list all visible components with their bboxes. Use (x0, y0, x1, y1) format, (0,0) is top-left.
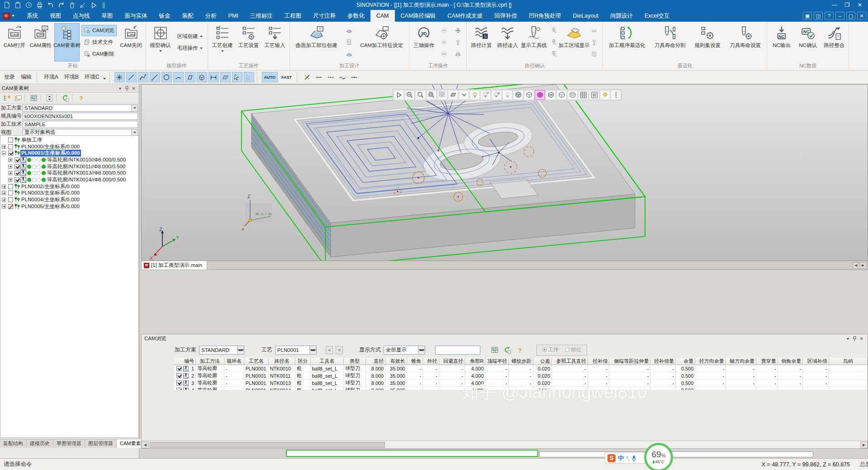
menu-Excel交互[interactable]: Excel交互 (639, 10, 676, 22)
tree-checkbox[interactable] (8, 138, 13, 142)
vp-cube-pink-button[interactable] (535, 90, 545, 100)
环境B-button[interactable]: 环境B (62, 72, 81, 82)
tree-checkbox[interactable] (14, 171, 19, 176)
环境A-button[interactable]: 环境A (42, 72, 61, 82)
small-button[interactable] (588, 37, 600, 48)
minimize-button[interactable]: — (828, 0, 841, 10)
vp-cube-button[interactable] (524, 90, 534, 100)
刀具寿命设置-button[interactable]: 刀具寿命设置 (726, 23, 765, 62)
vp-lamp-button[interactable] (600, 90, 610, 100)
menu-间隙设计[interactable]: 间隙设计 (604, 10, 639, 22)
lp-help-button[interactable]: ? (76, 94, 85, 102)
column-header[interactable]: 岛屿 (829, 358, 867, 365)
menu-CAM[interactable]: CAM (370, 10, 395, 22)
规则集设置-button[interactable]: 规则集设置 (691, 23, 725, 62)
small-button[interactable] (343, 48, 355, 60)
menu-点与线[interactable]: 点与线 (67, 10, 96, 22)
plane-tool-button[interactable] (220, 72, 231, 82)
line2-tool-button[interactable] (150, 72, 160, 82)
menu-分析[interactable]: 分析 (199, 10, 223, 22)
tree-item[interactable]: PLN0002/主坐标系/0.000 (0, 183, 138, 190)
small-button[interactable] (588, 25, 600, 36)
filter-input[interactable] (435, 346, 480, 355)
spline-tool-button[interactable] (138, 72, 148, 82)
pane-split-icon[interactable]: ◫ (814, 12, 823, 20)
close-button[interactable]: ✕ (854, 0, 866, 10)
column-header[interactable]: 路径名 (268, 358, 295, 365)
column-header[interactable]: 余量 (676, 358, 695, 365)
fast-mode-button[interactable]: FAST (279, 72, 294, 82)
doc-minimize-icon[interactable]: – (835, 12, 844, 20)
vp-zoom-in-button[interactable] (404, 90, 415, 100)
模型确认-button[interactable]: 模型确认 (148, 23, 173, 62)
tree-expander[interactable] (8, 158, 12, 162)
column-header[interactable]: 类型 (343, 358, 365, 365)
dim-tool-button[interactable] (209, 72, 219, 82)
combo-dropdown-icon[interactable] (131, 105, 138, 111)
vp-play-button[interactable] (394, 90, 404, 100)
vp-zoom-fit-button[interactable] (437, 90, 447, 100)
cursor-tool-button[interactable] (232, 72, 242, 82)
wave-tool-button[interactable] (337, 72, 347, 82)
pane-layout-icon[interactable]: ▣ (803, 12, 812, 20)
vp-cube-wire-button[interactable] (545, 90, 556, 100)
scheme-combobox[interactable]: STANDARD (199, 346, 244, 355)
menu-参数化[interactable]: 参数化 (342, 10, 370, 22)
CAM打开-button[interactable]: CAMCAM打开 (2, 23, 27, 62)
tree-item[interactable]: PLN0004/主坐标系/0.000 (0, 196, 138, 203)
tree-expander[interactable] (2, 191, 6, 195)
help-icon[interactable]: ? (825, 12, 834, 20)
app-menu-button[interactable] (3, 11, 21, 20)
menu-三维标注[interactable]: 三维标注 (244, 10, 279, 22)
vp-cube-grid-button[interactable] (567, 90, 578, 100)
combo-dropdown-icon[interactable] (418, 346, 425, 354)
menu-PMI[interactable]: PMI (223, 10, 244, 22)
lp-add-button[interactable] (2, 94, 11, 102)
tree-checkbox[interactable] (14, 177, 19, 182)
加工方案-input[interactable]: STANDARD (23, 104, 138, 112)
tree-item[interactable]: PLN0000/主坐标系/0.000 (0, 143, 138, 150)
measure-icon[interactable] (79, 1, 87, 9)
small-button[interactable]: PRF (438, 48, 450, 60)
menu-CAM路径编辑[interactable]: CAM路径编辑 (395, 10, 442, 22)
clipboard-icon[interactable] (14, 1, 22, 9)
menu-钣金[interactable]: 钣金 (153, 10, 176, 22)
环境C-button[interactable]: 环境C (82, 72, 102, 82)
技术文件-button[interactable]: 技术文件 (81, 37, 117, 48)
panel-pin-icon[interactable] (123, 85, 130, 91)
small-button[interactable] (548, 37, 560, 48)
加工技术-input[interactable]: SAMPLE (23, 121, 138, 128)
tree-item[interactable]: PLN0003/主坐标系/0.000 (0, 190, 138, 197)
lp-refresh-button[interactable] (61, 94, 70, 102)
column-header[interactable]: 贯穿量 (756, 358, 778, 365)
tree-checkbox[interactable] (8, 197, 13, 202)
menu-草图[interactable]: 草图 (96, 10, 119, 22)
CAM加工特征设定-button[interactable]: CAM加工特征设定 (356, 23, 408, 62)
tree-checkbox[interactable] (8, 151, 13, 156)
tree-item[interactable]: 等高轮廓/NTK0013//Φ8.000/0.500 (0, 170, 138, 176)
加工区域显示-button[interactable]: 加工区域显示 (561, 23, 587, 62)
menu-系统[interactable]: 系统 (21, 10, 44, 22)
vp-bulb3-button[interactable] (491, 90, 502, 100)
process-combobox[interactable]: PLN0001 (275, 346, 317, 355)
vp-caret-button[interactable] (459, 90, 469, 100)
tab-scroll-right-icon[interactable]: ▶ (860, 262, 866, 269)
column-header[interactable]: 有效长 (385, 358, 407, 365)
move-down-button[interactable] (336, 346, 343, 354)
tree-item[interactable]: PLN0001/主坐标系/0.000 (0, 150, 138, 157)
scope-radio-group[interactable]: 工序部位 (536, 345, 587, 356)
vp-cube-shaded-button[interactable] (513, 90, 523, 100)
路径整合-button[interactable]: 路径整合 (821, 23, 847, 62)
毛坯操作-button[interactable]: 毛坯操作 (175, 43, 205, 54)
play-icon[interactable] (90, 1, 98, 9)
vp-shade-button[interactable] (448, 90, 458, 100)
column-header[interactable]: 轴方向余量 (726, 358, 756, 365)
tree-checkbox[interactable] (8, 184, 13, 189)
doc-close-icon[interactable]: ✕ (857, 12, 866, 20)
column-header[interactable]: 区分 (295, 358, 311, 365)
column-header[interactable]: 锥角 (407, 358, 422, 365)
auto-mode-button[interactable]: AUTO (262, 72, 278, 82)
conn-tool-button[interactable] (349, 72, 359, 82)
small-button[interactable] (343, 37, 355, 48)
row-checkbox[interactable] (176, 380, 181, 385)
